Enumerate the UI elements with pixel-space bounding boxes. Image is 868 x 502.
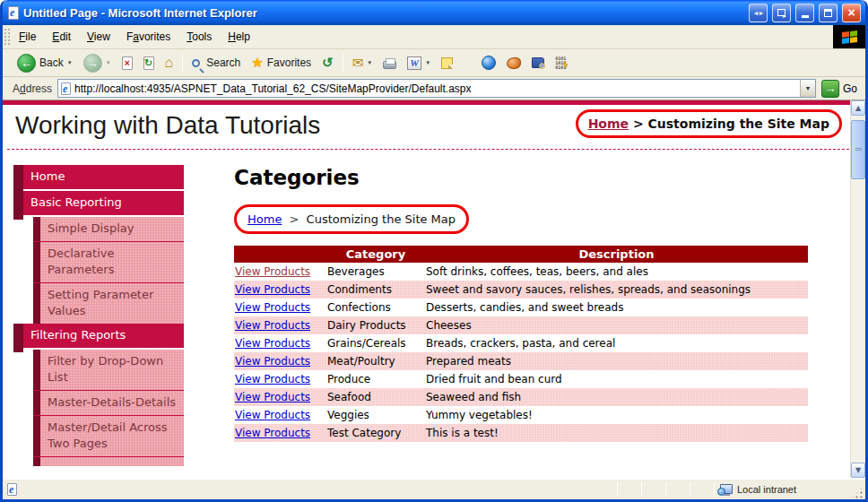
sidebar-item-tab: [13, 191, 23, 220]
maximize-icon: [824, 9, 832, 17]
category-row: View ProductsConfectionsDesserts, candie…: [234, 299, 808, 316]
view-products-link[interactable]: View Products: [235, 283, 310, 296]
header-breadcrumb-home-link[interactable]: Home: [588, 117, 629, 131]
resize-toggle-button[interactable]: ◄►: [749, 4, 768, 22]
category-row: View ProductsCondimentsSweet and savory …: [234, 281, 808, 299]
sidebar-item-label: Basic Reporting: [23, 191, 184, 215]
sidebar-item-filter-by-drop-down-list[interactable]: Filter by Drop-Down List: [33, 350, 184, 390]
sidebar-item-simple-display[interactable]: Simple Display: [33, 217, 184, 241]
title-bar[interactable]: Untitled Page - Microsoft Internet Explo…: [3, 0, 865, 25]
home-icon: ⌂: [165, 55, 174, 71]
view-products-link[interactable]: View Products: [235, 337, 310, 350]
favorites-label: Favorites: [267, 56, 311, 69]
pop-out-button[interactable]: [772, 4, 791, 22]
description-cell: Seaweed and fish: [425, 388, 808, 406]
edit-with-word-button[interactable]: W ▼: [403, 55, 435, 72]
sidebar-item-basic-reporting[interactable]: Basic Reporting: [13, 191, 184, 215]
scrollbar-track[interactable]: [851, 116, 865, 463]
sidebar-item-label: Master/Detail Across Two Pages: [40, 416, 184, 456]
menu-item-help[interactable]: Help: [220, 27, 258, 47]
menu-item-tools[interactable]: Tools: [178, 27, 220, 47]
scroll-up-button[interactable]: ▲: [851, 100, 865, 116]
sidebar-item-tab: [33, 283, 40, 324]
binary-lightning-icon: 010110100101: [555, 56, 569, 69]
view-products-link[interactable]: View Products: [235, 391, 310, 403]
menu-item-view[interactable]: View: [79, 27, 118, 47]
address-dropdown-button[interactable]: ▼: [800, 80, 815, 97]
status-pane: [666, 479, 690, 499]
research-button[interactable]: [527, 56, 549, 70]
notes-button[interactable]: [437, 56, 457, 71]
description-cell: Breads, crackers, pasta, and cereal: [425, 334, 808, 352]
browser-window: Untitled Page - Microsoft Internet Explo…: [0, 0, 868, 502]
menu-item-edit[interactable]: Edit: [44, 27, 79, 47]
back-button[interactable]: ← Back ▼: [13, 52, 77, 74]
category-row: View ProductsBeveragesSoft drinks, coffe…: [234, 263, 808, 281]
print-button[interactable]: [378, 56, 401, 71]
view-products-link[interactable]: View Products: [235, 409, 310, 421]
content-breadcrumb-separator: >: [290, 212, 299, 226]
left-right-arrows-icon: ◄►: [753, 10, 764, 16]
forward-button[interactable]: → ▼: [79, 52, 116, 74]
close-button[interactable]: ×: [842, 4, 861, 22]
category-row: View ProductsGrains/CerealsBreads, crack…: [234, 334, 808, 352]
view-products-link[interactable]: View Products: [235, 355, 310, 368]
sidebar-item-master-detail-across-two-pages[interactable]: Master/Detail Across Two Pages: [33, 415, 184, 456]
sidebar-nav: HomeBasic ReportingSimple DisplayDeclara…: [13, 165, 184, 466]
category-row: View ProductsProduceDried fruit and bean…: [234, 370, 808, 388]
resize-grip[interactable]: [851, 487, 864, 499]
refresh-icon: ↻: [143, 56, 154, 70]
sidebar-item-declarative-parameters[interactable]: Declarative Parameters: [33, 241, 184, 282]
history-button[interactable]: ↺: [317, 53, 338, 73]
search-button[interactable]: Search: [187, 55, 245, 71]
scrollbar-thumb[interactable]: [851, 120, 865, 179]
menu-item-file[interactable]: File: [11, 27, 44, 47]
security-zone-pane: Local intranet: [715, 484, 847, 495]
sidebar-item-label: Home: [23, 165, 184, 189]
maximize-button[interactable]: [819, 4, 838, 22]
address-bar: Address http://localhost:4935/ASPNET_Dat…: [3, 77, 865, 100]
sidebar-item-master-details-details[interactable]: Master-Details-Details: [33, 390, 184, 415]
go-arrow-icon: →: [821, 80, 839, 98]
address-input[interactable]: http://localhost:4935/ASPNET_Data_Tutori…: [57, 79, 816, 98]
refresh-button[interactable]: ↻: [139, 55, 159, 72]
view-products-link[interactable]: View Products: [235, 265, 310, 278]
history-icon: ↺: [322, 55, 334, 71]
favorites-button[interactable]: ★ Favorites: [247, 53, 316, 73]
ie-app-icon: [8, 6, 19, 20]
sidebar-item-setting-parameter-values[interactable]: Setting Parameter Values: [33, 282, 184, 324]
messenger-button[interactable]: [477, 54, 500, 72]
fox-tool-button[interactable]: [502, 56, 525, 71]
view-products-link[interactable]: View Products: [235, 427, 310, 439]
vertical-scrollbar[interactable]: ▲ ▼: [850, 100, 865, 478]
script-tool-button[interactable]: 010110100101: [551, 55, 573, 71]
address-url[interactable]: http://localhost:4935/ASPNET_Data_Tutori…: [74, 82, 796, 95]
messenger-icon: [482, 56, 496, 70]
menu-items: FileEditViewFavoritesToolsHelp: [11, 25, 833, 48]
header-category: Category: [326, 246, 425, 263]
table-header-row: Category Description: [234, 246, 808, 263]
minimize-button[interactable]: [795, 4, 814, 22]
sidebar-item-filtering-reports[interactable]: Filtering Reports: [13, 324, 184, 348]
mail-button[interactable]: ✉ ▼: [348, 53, 378, 73]
stop-button[interactable]: ×: [117, 55, 137, 72]
sidebar-item-clipped[interactable]: [33, 456, 184, 466]
view-products-link[interactable]: View Products: [235, 373, 310, 385]
category-cell: Beverages: [326, 263, 425, 281]
category-cell: Grains/Cereals: [326, 334, 425, 352]
close-icon: ×: [847, 5, 855, 20]
sidebar-item-tab: [33, 391, 40, 415]
content-breadcrumb-home-link[interactable]: Home: [247, 212, 282, 226]
view-products-link[interactable]: View Products: [235, 319, 310, 332]
menu-item-favorites[interactable]: Favorites: [118, 27, 178, 47]
categories-table: Category Description View ProductsBevera…: [234, 246, 808, 442]
home-button[interactable]: ⌂: [161, 53, 178, 73]
description-cell: This is a test!: [425, 424, 808, 442]
sidebar-item-home[interactable]: Home: [13, 165, 184, 189]
view-products-link[interactable]: View Products: [235, 301, 310, 314]
address-label: Address: [13, 82, 52, 95]
go-button[interactable]: → Go: [816, 80, 863, 98]
toolbar-grip[interactable]: [4, 28, 10, 46]
sidebar-item-tab: [13, 165, 23, 194]
scroll-down-button[interactable]: ▼: [851, 463, 865, 478]
